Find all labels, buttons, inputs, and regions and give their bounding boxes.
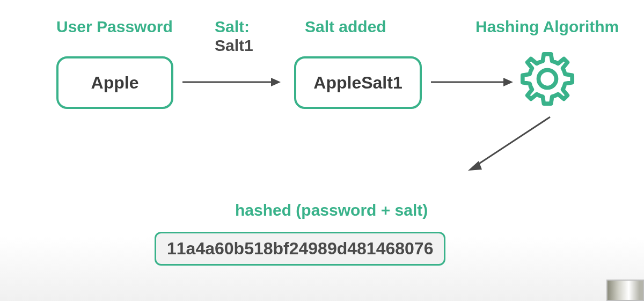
svg-marker-1	[271, 78, 281, 86]
password-value: Apple	[91, 73, 139, 93]
video-thumbnail	[606, 280, 644, 301]
label-hashing-algorithm: Hashing Algorithm	[475, 18, 619, 36]
label-salt: Salt:	[215, 18, 250, 36]
gear-icon	[518, 49, 577, 111]
label-hashed: hashed (password + salt)	[235, 201, 428, 219]
svg-point-4	[539, 70, 557, 88]
label-user-password: User Password	[56, 18, 173, 36]
salted-value: AppleSalt1	[313, 73, 402, 93]
label-salt-added: Salt added	[305, 18, 386, 36]
arrow-to-salted	[180, 74, 282, 90]
arrow-to-hash	[462, 113, 558, 177]
box-user-password: Apple	[56, 56, 173, 109]
salt-value: Salt1	[215, 36, 253, 55]
box-salted-password: AppleSalt1	[294, 56, 422, 109]
svg-line-5	[475, 117, 550, 166]
box-hash-output: 11a4a60b518bf24989d481468076	[155, 232, 445, 266]
arrow-to-hashing	[428, 74, 514, 90]
svg-marker-3	[503, 78, 513, 86]
hash-value: 11a4a60b518bf24989d481468076	[167, 239, 433, 259]
